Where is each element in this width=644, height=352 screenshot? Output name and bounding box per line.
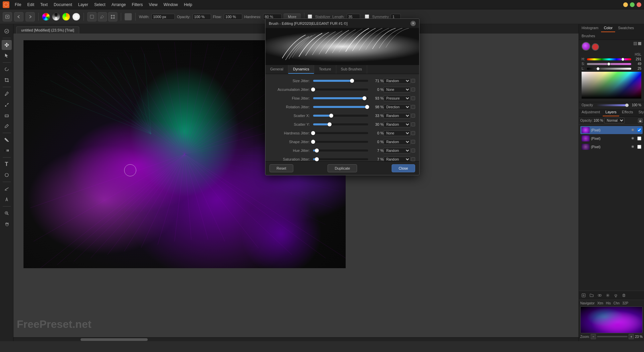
- foreground-color[interactable]: [582, 42, 590, 51]
- reset-button[interactable]: Reset: [269, 164, 293, 172]
- color-spectrum[interactable]: [582, 72, 641, 99]
- zoom-in-button[interactable]: +: [629, 334, 634, 339]
- tool-pencil[interactable]: [2, 121, 12, 131]
- layer-item-1[interactable]: (Pixel) ◉: [580, 126, 643, 134]
- param-color-btn-8[interactable]: [411, 149, 415, 153]
- selection-free-btn[interactable]: [98, 12, 107, 21]
- param-mode-select-0[interactable]: Random None Random Pressure Direction Ve…: [384, 78, 410, 84]
- tool-shape[interactable]: [2, 170, 12, 180]
- param-slider-7[interactable]: [313, 141, 368, 143]
- layer-eye-2[interactable]: ◉: [631, 136, 636, 141]
- param-slider-8[interactable]: [313, 150, 368, 152]
- param-color-btn-1[interactable]: [411, 87, 415, 92]
- menu-edit[interactable]: Edit: [24, 2, 37, 8]
- duplicate-button[interactable]: Duplicate: [328, 164, 357, 172]
- dialog-tab-dynamics[interactable]: Dynamics: [288, 65, 314, 74]
- param-mode-select-8[interactable]: Random None Random Pressure Direction Ve…: [384, 148, 410, 154]
- layer-new-button[interactable]: [580, 292, 587, 299]
- tool-smudge[interactable]: [2, 184, 12, 194]
- tool-macro[interactable]: [2, 26, 12, 36]
- layer-mask-button[interactable]: [596, 292, 603, 299]
- layer-check-1[interactable]: [637, 128, 641, 132]
- color-mode-gray[interactable]: [52, 13, 60, 21]
- dialog-close-button[interactable]: ✕: [410, 21, 416, 26]
- color-mode-rgb[interactable]: [42, 13, 50, 21]
- menu-layer[interactable]: Layer: [76, 2, 91, 8]
- selection-transform-btn[interactable]: [108, 12, 117, 21]
- close-button[interactable]: [637, 2, 641, 7]
- tool-zoom[interactable]: [2, 208, 12, 218]
- opacity-slider[interactable]: [596, 104, 629, 106]
- color-mode-hue[interactable]: [62, 13, 70, 21]
- param-mode-select-7[interactable]: Random None Random Pressure Direction Ve…: [384, 139, 410, 145]
- tool-eraser[interactable]: [2, 110, 12, 120]
- layer-folder-button[interactable]: [588, 292, 595, 299]
- param-color-btn-7[interactable]: [411, 140, 415, 144]
- param-mode-select-4[interactable]: Random None Random Pressure Direction Ve…: [384, 113, 410, 119]
- tab-adjustment[interactable]: Adjustment: [579, 108, 603, 116]
- zoom-out-button[interactable]: −: [591, 334, 596, 339]
- hue-slider[interactable]: [587, 58, 631, 60]
- canvas-tab[interactable]: untitled [Modified] (23.5%) [Trial]: [16, 26, 79, 34]
- tab-effects[interactable]: Effects: [619, 108, 636, 116]
- param-color-btn-6[interactable]: [411, 131, 415, 135]
- tab-color[interactable]: Color: [601, 24, 615, 32]
- tool-select[interactable]: [2, 51, 12, 61]
- new-canvas-button[interactable]: [3, 12, 12, 21]
- minimize-button[interactable]: [623, 2, 628, 7]
- lightness-slider[interactable]: [587, 68, 631, 70]
- tool-dodge[interactable]: [2, 194, 12, 204]
- layer-check-2[interactable]: [637, 136, 641, 140]
- param-color-btn-9[interactable]: [411, 157, 415, 161]
- close-dialog-button[interactable]: Close: [392, 164, 415, 172]
- param-color-btn-2[interactable]: [411, 96, 415, 100]
- param-slider-0[interactable]: [313, 80, 368, 82]
- param-slider-2[interactable]: [313, 97, 368, 99]
- color-square-btn[interactable]: [125, 13, 132, 20]
- background-color[interactable]: [592, 43, 599, 51]
- param-color-btn-0[interactable]: [411, 79, 415, 83]
- tool-brush[interactable]: [2, 100, 12, 110]
- layer-fx-button[interactable]: [604, 292, 611, 299]
- layer-item-2[interactable]: (Pixel) ◉: [580, 134, 643, 142]
- dialog-tab-general[interactable]: General: [265, 65, 288, 74]
- layer-delete-button[interactable]: [621, 292, 627, 299]
- layer-item-3[interactable]: (Pixel) ◉: [580, 143, 643, 151]
- scrollbar-thumb-h[interactable]: [81, 338, 148, 341]
- color-mode-white[interactable]: [72, 13, 80, 21]
- menu-document[interactable]: Document: [51, 2, 75, 8]
- tab-styles[interactable]: Styles: [636, 108, 644, 116]
- tab-brushes[interactable]: Brushes: [579, 32, 598, 40]
- param-mode-select-3[interactable]: Direction None Random Pressure Direction…: [384, 104, 410, 110]
- menu-help[interactable]: Help: [181, 2, 195, 8]
- param-color-btn-4[interactable]: [411, 114, 415, 118]
- menu-select[interactable]: Select: [92, 2, 108, 8]
- tool-text[interactable]: T: [2, 159, 12, 169]
- param-color-btn-3[interactable]: [411, 105, 415, 109]
- layer-check-3[interactable]: [637, 145, 641, 149]
- tool-fill[interactable]: [2, 135, 12, 145]
- param-color-btn-5[interactable]: [411, 122, 415, 126]
- dialog-tab-texture[interactable]: Texture: [314, 65, 336, 74]
- saturation-slider[interactable]: [587, 63, 631, 65]
- tab-swatches[interactable]: Swatches: [615, 24, 637, 32]
- layer-merge-button[interactable]: [612, 292, 619, 299]
- param-mode-select-5[interactable]: Random None Random Pressure Direction Ve…: [384, 122, 410, 127]
- layer-eye-3[interactable]: ◉: [631, 144, 636, 149]
- tab-histogram[interactable]: Histogram: [579, 24, 601, 32]
- tool-eyedropper[interactable]: [2, 89, 12, 99]
- param-slider-9[interactable]: [313, 158, 368, 160]
- tool-crop[interactable]: [2, 75, 12, 85]
- menu-arrange[interactable]: Arrange: [109, 2, 129, 8]
- menu-view[interactable]: View: [146, 2, 160, 8]
- dialog-tab-subbrushes[interactable]: Sub Brushes: [336, 65, 367, 74]
- flow-input[interactable]: [224, 14, 242, 20]
- tool-lasso[interactable]: [2, 64, 12, 74]
- width-input[interactable]: [151, 14, 175, 20]
- history-back-button[interactable]: [14, 12, 23, 21]
- menu-file[interactable]: File: [12, 2, 24, 8]
- tool-move[interactable]: [2, 40, 12, 50]
- menu-filters[interactable]: Filters: [129, 2, 146, 8]
- selection-rect-btn[interactable]: [87, 12, 97, 21]
- param-mode-select-6[interactable]: None None Random Pressure Direction Velo…: [384, 130, 410, 136]
